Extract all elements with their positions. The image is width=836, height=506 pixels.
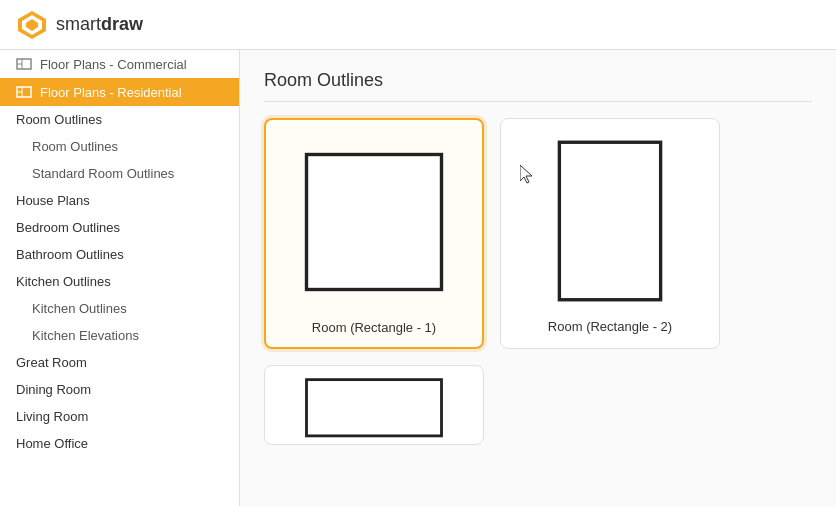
logo: smartdraw [16,9,143,41]
template-label-1: Room (Rectangle - 1) [312,320,436,335]
smartdraw-logo-icon [16,9,48,41]
svg-rect-10 [559,142,660,300]
sidebar-item-dining-room[interactable]: Dining Room [0,376,239,403]
svg-rect-11 [307,380,442,436]
sidebar-item-room-outlines[interactable]: Room Outlines [0,106,239,133]
sidebar-item-floor-plans-commercial[interactable]: Floor Plans - Commercial [0,50,239,78]
sidebar: Floor Plans - Commercial Floor Plans - R… [0,50,240,506]
room-rect-1-preview [284,132,464,312]
template-card-partial-1[interactable] [264,365,484,445]
sidebar-item-floor-plans-residential[interactable]: Floor Plans - Residential [0,78,239,106]
floor-plan-icon [16,56,32,72]
sidebar-item-home-office[interactable]: Home Office [0,430,239,457]
svg-rect-9 [307,155,442,290]
sidebar-item-bedroom-outlines[interactable]: Bedroom Outlines [0,214,239,241]
section-title: Room Outlines [264,70,812,102]
sidebar-item-room-outlines-sub[interactable]: Room Outlines [0,133,239,160]
sidebar-item-standard-room-outlines[interactable]: Standard Room Outlines [0,160,239,187]
template-label-2: Room (Rectangle - 2) [548,319,672,334]
partial-room-preview [284,374,464,442]
sidebar-item-house-plans[interactable]: House Plans [0,187,239,214]
template-grid: Room (Rectangle - 1) Room (Rectangle - 2… [264,118,812,349]
sidebar-item-living-room[interactable]: Living Room [0,403,239,430]
logo-text: smartdraw [56,14,143,35]
room-rect-2-preview [520,131,700,311]
sidebar-item-kitchen-elevations[interactable]: Kitchen Elevations [0,322,239,349]
app-header: smartdraw [0,0,836,50]
template-grid-row2 [264,365,812,445]
template-card-room-rect-1[interactable]: Room (Rectangle - 1) [264,118,484,349]
template-card-room-rect-2[interactable]: Room (Rectangle - 2) [500,118,720,349]
sidebar-item-kitchen-outlines-sub[interactable]: Kitchen Outlines [0,295,239,322]
sidebar-item-great-room[interactable]: Great Room [0,349,239,376]
template-preview-2 [520,131,700,311]
floor-plan-residential-icon [16,84,32,100]
template-preview-1 [284,132,464,312]
sidebar-item-bathroom-outlines[interactable]: Bathroom Outlines [0,241,239,268]
partial-preview-1 [284,378,464,438]
sidebar-item-kitchen-outlines[interactable]: Kitchen Outlines [0,268,239,295]
main-content: Room Outlines Room (Rectangle - 1) [240,50,836,506]
